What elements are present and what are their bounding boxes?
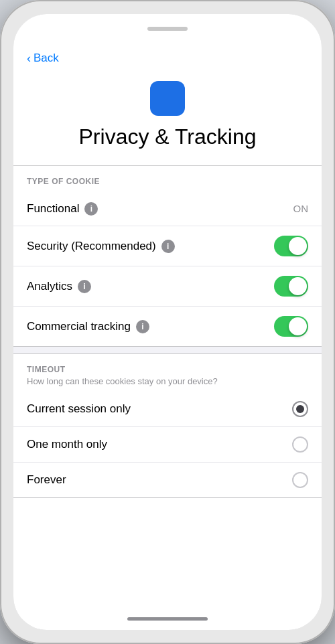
security-info-icon[interactable]: i xyxy=(161,240,175,253)
screen-content: ‹ Back Privacy & Tracking TYPE OF COOKIE… xyxy=(13,44,322,607)
functional-info-icon[interactable]: i xyxy=(84,202,98,216)
timeout-section: TIMEOUT How long can these cookies stay … xyxy=(13,354,322,497)
status-bar xyxy=(13,14,322,44)
phone-screen: ‹ Back Privacy & Tracking TYPE OF COOKIE… xyxy=(13,14,322,630)
home-indicator-bar xyxy=(13,607,322,630)
forever-label: Forever xyxy=(27,473,66,487)
one-month-label: One month only xyxy=(27,438,107,451)
analytics-toggle-thumb xyxy=(289,277,307,295)
current-session-row[interactable]: Current session only xyxy=(13,392,322,427)
back-button[interactable]: ‹ Back xyxy=(13,44,322,70)
section-gap xyxy=(13,347,322,353)
cookie-section: TYPE OF COOKIE Functional i ON Securi xyxy=(13,166,322,346)
current-session-radio-dot xyxy=(296,405,304,413)
chevron-left-icon: ‹ xyxy=(27,52,31,64)
home-indicator xyxy=(127,617,208,621)
analytics-toggle[interactable] xyxy=(274,276,308,297)
commercial-info-icon[interactable]: i xyxy=(136,320,149,333)
analytics-row: Analytics i xyxy=(13,266,322,307)
forever-row[interactable]: Forever xyxy=(13,463,322,497)
commercial-row: Commercial tracking i xyxy=(13,307,322,346)
app-icon xyxy=(150,81,185,116)
timeout-section-title: TIMEOUT xyxy=(27,365,308,374)
analytics-label: Analytics xyxy=(27,280,72,293)
functional-status: ON xyxy=(293,203,309,214)
commercial-toggle-thumb xyxy=(289,317,307,335)
functional-label: Functional xyxy=(27,202,79,216)
security-label: Security (Recommended) xyxy=(27,240,156,253)
phone-frame: ‹ Back Privacy & Tracking TYPE OF COOKIE… xyxy=(0,0,335,644)
one-month-radio[interactable] xyxy=(292,436,308,453)
forever-radio[interactable] xyxy=(292,472,308,488)
current-session-radio[interactable] xyxy=(292,401,308,417)
security-toggle[interactable] xyxy=(274,236,308,256)
one-month-row[interactable]: One month only xyxy=(13,427,322,463)
security-row: Security (Recommended) i xyxy=(13,226,322,266)
commercial-toggle[interactable] xyxy=(274,316,308,337)
current-session-label: Current session only xyxy=(27,402,131,416)
page-title: Privacy & Tracking xyxy=(13,124,322,165)
cookie-section-title: TYPE OF COOKIE xyxy=(27,177,308,186)
cookie-section-header: TYPE OF COOKIE xyxy=(13,166,322,191)
notch xyxy=(147,27,188,31)
functional-row: Functional i ON xyxy=(13,191,322,226)
commercial-label: Commercial tracking xyxy=(27,320,131,333)
back-label: Back xyxy=(34,52,59,65)
security-toggle-thumb xyxy=(289,237,307,255)
app-icon-area xyxy=(13,70,322,124)
analytics-info-icon[interactable]: i xyxy=(78,280,91,293)
timeout-section-subtext: How long can these cookies stay on your … xyxy=(27,376,308,386)
timeout-section-header: TIMEOUT How long can these cookies stay … xyxy=(13,354,322,392)
bottom-divider xyxy=(13,497,322,498)
